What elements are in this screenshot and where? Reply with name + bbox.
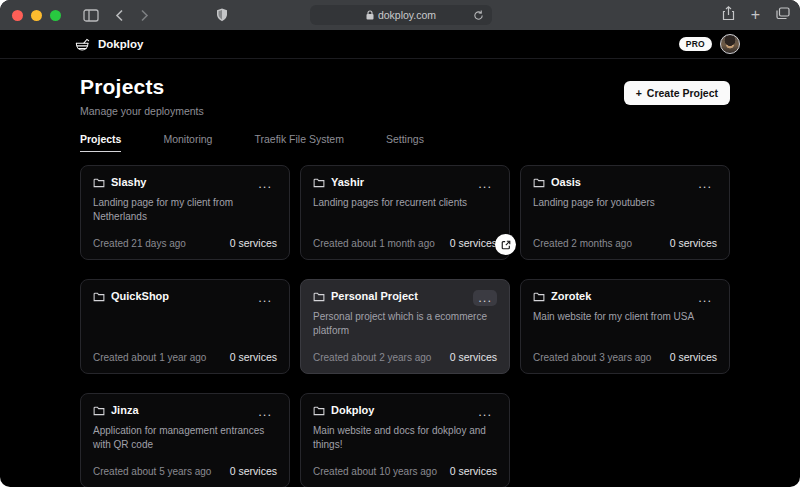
- close-window-button[interactable]: [12, 10, 23, 21]
- project-description: Landing page for youtubers: [533, 196, 717, 210]
- app-navbar: Dokploy PRO: [0, 30, 800, 59]
- lock-icon: [366, 10, 374, 20]
- project-description: Main website and docs for dokploy and th…: [313, 424, 497, 451]
- project-name: Yashir: [331, 176, 364, 188]
- create-project-button[interactable]: + Create Project: [624, 81, 730, 105]
- external-link-icon: [501, 240, 511, 250]
- folder-icon: [533, 291, 545, 302]
- project-description: Personal project which is a ecommerce pl…: [313, 310, 497, 337]
- tab-traefik-file-system[interactable]: Traefik File System: [254, 133, 343, 152]
- forward-button-icon[interactable]: [140, 9, 149, 22]
- project-name: Dokploy: [331, 404, 374, 416]
- project-services-count: 0 services: [230, 351, 277, 363]
- browser-window: dokploy.com +: [0, 0, 800, 487]
- window-controls: [12, 10, 61, 21]
- brand-name: Dokploy: [98, 38, 143, 50]
- project-name: Oasis: [551, 176, 581, 188]
- folder-icon: [93, 291, 105, 302]
- folder-icon: [313, 405, 325, 416]
- sidebar-toggle-icon[interactable]: [83, 9, 99, 22]
- project-name: Personal Project: [331, 290, 418, 302]
- plan-badge: PRO: [679, 37, 712, 51]
- project-menu-button[interactable]: ...: [473, 176, 497, 192]
- project-card[interactable]: Yashir ... Landing pages for recurrent c…: [300, 165, 510, 260]
- project-description: Main website for my client from USA: [533, 310, 717, 324]
- folder-icon: [533, 177, 545, 188]
- cursor-pointer-badge: [495, 234, 516, 255]
- url-text: dokploy.com: [378, 9, 436, 21]
- project-name: QuickShop: [111, 290, 169, 302]
- project-card[interactable]: Slashy ... Landing page for my client fr…: [80, 165, 290, 260]
- project-menu-button[interactable]: ...: [253, 176, 277, 192]
- project-menu-button[interactable]: ...: [473, 404, 497, 420]
- tab-projects[interactable]: Projects: [80, 133, 121, 152]
- page-title: Projects: [80, 75, 204, 99]
- project-name: Jinza: [111, 404, 139, 416]
- reload-icon[interactable]: [473, 9, 484, 23]
- folder-icon: [93, 405, 105, 416]
- project-card[interactable]: Zorotek ... Main website for my client f…: [520, 279, 730, 374]
- user-avatar[interactable]: [720, 34, 740, 54]
- project-card[interactable]: Oasis ... Landing page for youtubers Cre…: [520, 165, 730, 260]
- page-subtitle: Manage your deployments: [80, 105, 204, 117]
- project-description: Landing page for my client from Netherla…: [93, 196, 277, 223]
- tab-monitoring[interactable]: Monitoring: [163, 133, 212, 152]
- project-name: Zorotek: [551, 290, 591, 302]
- project-menu-button[interactable]: ...: [473, 290, 497, 306]
- project-created-label: Created 21 days ago: [93, 238, 186, 249]
- project-menu-button[interactable]: ...: [693, 290, 717, 306]
- project-name: Slashy: [111, 176, 146, 188]
- project-created-label: Created about 2 years ago: [313, 352, 431, 363]
- plus-icon: +: [636, 87, 642, 99]
- folder-icon: [93, 177, 105, 188]
- project-services-count: 0 services: [450, 351, 497, 363]
- folder-icon: [313, 177, 325, 188]
- project-grid: Slashy ... Landing page for my client fr…: [80, 165, 730, 487]
- project-created-label: Created about 1 month ago: [313, 238, 435, 249]
- project-description: Landing pages for recurrent clients: [313, 196, 497, 210]
- project-card[interactable]: Personal Project ... Personal project wh…: [300, 279, 510, 374]
- project-card[interactable]: Jinza ... Application for management ent…: [80, 393, 290, 487]
- project-services-count: 0 services: [450, 465, 497, 477]
- project-created-label: Created about 1 year ago: [93, 352, 206, 363]
- folder-icon: [313, 291, 325, 302]
- project-services-count: 0 services: [230, 465, 277, 477]
- zoom-window-button[interactable]: [50, 10, 61, 21]
- project-services-count: 0 services: [670, 237, 717, 249]
- brand[interactable]: Dokploy: [74, 37, 143, 52]
- project-services-count: 0 services: [450, 237, 497, 249]
- project-services-count: 0 services: [230, 237, 277, 249]
- project-card[interactable]: QuickShop ... Created about 1 year ago 0…: [80, 279, 290, 374]
- tab-bar: Projects Monitoring Traefik File System …: [80, 133, 730, 152]
- dokploy-logo-icon: [74, 37, 91, 52]
- project-description: Application for management entrances wit…: [93, 424, 277, 451]
- address-bar[interactable]: dokploy.com: [310, 5, 492, 25]
- project-created-label: Created 2 months ago: [533, 238, 632, 249]
- minimize-window-button[interactable]: [31, 10, 42, 21]
- back-button-icon[interactable]: [115, 9, 124, 22]
- project-created-label: Created about 5 years ago: [93, 466, 211, 477]
- new-tab-icon[interactable]: +: [751, 7, 760, 23]
- chrome-toolbar-right: +: [722, 0, 790, 30]
- project-menu-button[interactable]: ...: [693, 176, 717, 192]
- tab-settings[interactable]: Settings: [386, 133, 424, 152]
- project-menu-button[interactable]: ...: [253, 290, 277, 306]
- share-icon[interactable]: [722, 6, 735, 25]
- project-created-label: Created about 3 years ago: [533, 352, 651, 363]
- browser-chrome: dokploy.com +: [0, 0, 800, 30]
- project-menu-button[interactable]: ...: [253, 404, 277, 420]
- project-created-label: Created about 10 years ago: [313, 466, 437, 477]
- project-card[interactable]: Dokploy ... Main website and docs for do…: [300, 393, 510, 487]
- project-services-count: 0 services: [670, 351, 717, 363]
- privacy-shield-icon[interactable]: [216, 0, 228, 30]
- main-content: Projects Manage your deployments + Creat…: [0, 59, 800, 487]
- tab-overview-icon[interactable]: [776, 6, 790, 24]
